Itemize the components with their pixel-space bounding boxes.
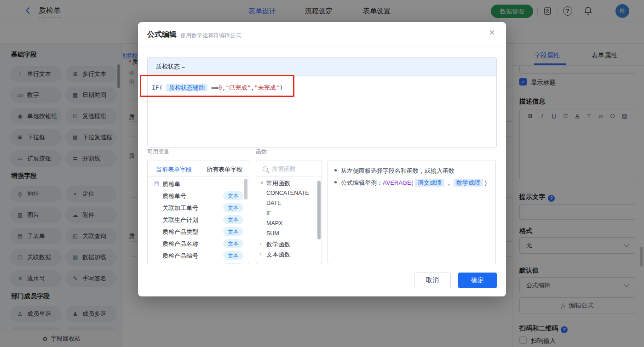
example-field-token: 语文成绩 bbox=[415, 179, 444, 187]
modal-title: 公式编辑 bbox=[147, 30, 177, 40]
form-doc-icon: ▤ bbox=[154, 180, 159, 187]
confirm-button[interactable]: 确定 bbox=[458, 273, 497, 288]
function-group-label: 数学函数 bbox=[266, 240, 290, 249]
variable-row-partial[interactable] bbox=[148, 262, 249, 264]
type-badge: 文本 bbox=[223, 215, 243, 224]
variables-scrollbar[interactable] bbox=[244, 179, 247, 199]
variable-row[interactable]: 关联加工单号文本 bbox=[148, 202, 249, 214]
type-badge: 文本 bbox=[223, 227, 243, 236]
app-root: 质检单 表单设计 流程设定 表单设置 数据管理 ? 检 ∞表单外链 ▣后端脚本 … bbox=[0, 0, 644, 347]
variable-name: 关联生产计划 bbox=[162, 216, 198, 224]
tab-current-form-fields[interactable]: 当前表单字段 bbox=[156, 165, 192, 174]
annotation-highlight-box bbox=[140, 75, 294, 97]
variable-row[interactable]: 关联生产计划文本 bbox=[148, 214, 249, 226]
bullet-icon bbox=[334, 169, 337, 171]
variable-name: 质检产品编号 bbox=[162, 252, 198, 260]
formula-edit-modal: 公式编辑 使用数学运算符编辑公式 × 质检状态 = IF( 质检状态辅助 ==0… bbox=[138, 22, 506, 296]
variables-section-label: 可用变量 bbox=[147, 148, 169, 156]
function-search[interactable]: 搜索函数 bbox=[256, 160, 322, 177]
bullet-icon bbox=[334, 181, 337, 183]
formula-result-field: 质检状态 = bbox=[148, 57, 496, 76]
function-item-mapx[interactable]: MAPX bbox=[266, 220, 282, 227]
function-item-date[interactable]: DATE bbox=[266, 200, 281, 206]
tree-root-row[interactable]: ▤ 质检单 bbox=[148, 178, 249, 190]
functions-panel: 搜索函数 ∨常用函数 CONCATENATE DATE IF MAPX SUM … bbox=[256, 160, 322, 264]
help-panel: 从左侧面板选择字段名和函数，或输入函数 公式编辑举例：AVERAGE( 语文成绩… bbox=[328, 160, 496, 264]
type-badge bbox=[223, 263, 243, 264]
variable-row[interactable]: 质检单号文本 bbox=[148, 190, 249, 202]
chevron-right-icon: › bbox=[260, 251, 262, 256]
variable-row[interactable]: 质检产品名称文本 bbox=[148, 238, 249, 250]
chevron-down-icon: ∨ bbox=[260, 180, 264, 186]
functions-section-label: 函数 bbox=[256, 148, 267, 156]
variable-name: 质检产品名称 bbox=[162, 240, 198, 248]
example-field-token: 数学成绩 bbox=[454, 179, 483, 187]
help-bullet-2: 公式编辑举例：AVERAGE( 语文成绩 ， 数学成绩 ) bbox=[334, 179, 487, 187]
example-function: AVERAGE( bbox=[383, 179, 413, 186]
function-item-sum[interactable]: SUM bbox=[266, 230, 279, 237]
formula-editor: 质检状态 = IF( 质检状态辅助 ==0,"已完成","未完成") bbox=[147, 57, 497, 148]
function-group-label: 常用函数 bbox=[266, 179, 290, 188]
divider bbox=[138, 46, 506, 46]
variables-tabs: 当前表单字段 所有表单字段 bbox=[148, 160, 249, 177]
modal-subtitle: 使用数学运算符编辑公式 bbox=[180, 32, 241, 40]
variable-name: 质检产品类型 bbox=[162, 228, 198, 236]
chevron-right-icon: › bbox=[260, 241, 262, 246]
type-badge: 文本 bbox=[223, 203, 243, 212]
variables-panel: 当前表单字段 所有表单字段 ▤ 质检单 质检单号文本 关联加工单号文本 关联生产… bbox=[147, 160, 249, 264]
close-icon[interactable]: × bbox=[489, 28, 495, 38]
cancel-button[interactable]: 取消 bbox=[414, 273, 451, 288]
function-item-concatenate[interactable]: CONCATENATE bbox=[266, 190, 309, 196]
tree-root-label: 质检单 bbox=[162, 180, 180, 188]
variable-row[interactable]: 质检产品编号文本 bbox=[148, 250, 249, 262]
functions-scrollbar[interactable] bbox=[317, 181, 321, 239]
type-badge: 文本 bbox=[223, 239, 243, 248]
tab-all-form-fields[interactable]: 所有表单字段 bbox=[207, 165, 242, 174]
search-placeholder: 搜索函数 bbox=[272, 165, 296, 173]
type-badge: 文本 bbox=[223, 191, 243, 200]
variable-row[interactable]: 质检产品类型文本 bbox=[148, 226, 249, 238]
function-item-if[interactable]: IF bbox=[266, 210, 271, 216]
variable-name: 关联加工单号 bbox=[162, 204, 198, 212]
search-icon bbox=[263, 166, 268, 171]
help-bullet-1: 从左侧面板选择字段名和函数，或输入函数 bbox=[334, 167, 454, 175]
function-group-label: 文本函数 bbox=[266, 250, 290, 259]
variable-name: 质检单号 bbox=[162, 192, 186, 200]
type-badge: 文本 bbox=[223, 251, 243, 260]
